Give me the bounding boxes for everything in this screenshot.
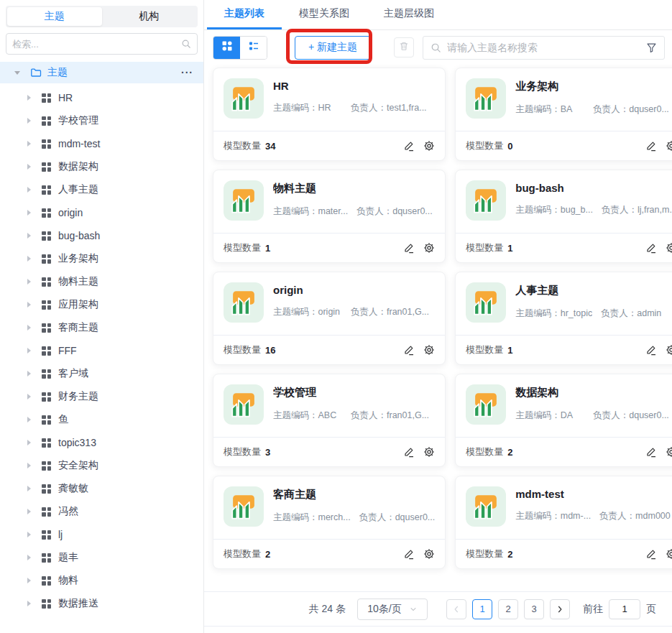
- sidebar-tree-item[interactable]: lj: [0, 523, 203, 546]
- topic-card[interactable]: 数据架构 主题编码：DA 负责人：dquser0... 模型数量 2: [455, 374, 672, 467]
- gear-icon[interactable]: [423, 344, 435, 356]
- topic-card[interactable]: 学校管理 主题编码：ABC 负责人：fran01,G... 模型数量 3: [213, 374, 446, 467]
- edit-icon[interactable]: [403, 548, 415, 560]
- chevron-right-icon[interactable]: [27, 463, 31, 468]
- topic-card[interactable]: bug-bash 主题编码：bug_b... 负责人：lj,fran,m... …: [455, 170, 672, 263]
- sidebar-tree-item[interactable]: mdm-test: [0, 132, 203, 155]
- sidebar-tree-item[interactable]: 财务主题: [0, 385, 203, 408]
- sidebar-tree-item[interactable]: 业务架构: [0, 247, 203, 270]
- main-tab[interactable]: 主题层级图: [367, 0, 451, 29]
- topic-card[interactable]: 业务架构 主题编码：BA 负责人：dquser0... 模型数量 0: [455, 68, 672, 161]
- chevron-right-icon[interactable]: [27, 509, 31, 514]
- ellipsis-menu-icon[interactable]: ···: [181, 67, 193, 78]
- page-size-select[interactable]: 10条/页: [357, 599, 428, 620]
- gear-icon[interactable]: [666, 446, 672, 458]
- sidebar-tree-item[interactable]: 数据推送: [0, 592, 203, 615]
- sidebar-tree-item[interactable]: 鱼: [0, 408, 203, 431]
- chevron-right-icon[interactable]: [27, 141, 31, 147]
- topic-card[interactable]: HR 主题编码：HR 负责人：test1,fra... 模型数量 34: [213, 68, 446, 161]
- sidebar-search-input[interactable]: [12, 39, 181, 50]
- main-tab[interactable]: 主题列表: [207, 0, 282, 29]
- topic-search-input[interactable]: [447, 42, 646, 53]
- edit-icon[interactable]: [403, 446, 415, 458]
- sidebar-tab[interactable]: 主题: [7, 7, 102, 26]
- topic-card[interactable]: 物料主题 主题编码：mater... 负责人：dquser0... 模型数量 1: [213, 170, 446, 263]
- topic-card[interactable]: mdm-test 主题编码：mdm-... 负责人：mdm000 模型数量 2: [455, 476, 672, 569]
- card-actions: [403, 548, 435, 560]
- next-page-button[interactable]: [550, 599, 570, 619]
- chevron-right-icon[interactable]: [27, 256, 31, 262]
- edit-icon[interactable]: [645, 242, 657, 254]
- sidebar-tab[interactable]: 机构: [102, 7, 197, 26]
- edit-icon[interactable]: [403, 344, 415, 356]
- edit-icon[interactable]: [645, 446, 657, 458]
- main-tab-label: 模型关系图: [299, 7, 349, 20]
- gear-icon[interactable]: [666, 242, 672, 254]
- chevron-right-icon[interactable]: [27, 394, 31, 399]
- chevron-right-icon[interactable]: [27, 302, 31, 308]
- gear-icon[interactable]: [666, 140, 672, 152]
- chevron-right-icon[interactable]: [27, 486, 31, 491]
- edit-icon[interactable]: [645, 344, 657, 356]
- sidebar-tree-item[interactable]: origin: [0, 201, 203, 224]
- prev-page-button[interactable]: [446, 599, 466, 619]
- edit-icon[interactable]: [403, 140, 415, 152]
- chevron-right-icon[interactable]: [27, 279, 31, 285]
- new-topic-button[interactable]: + 新建主题: [295, 36, 371, 60]
- chevron-down-icon[interactable]: [14, 71, 20, 75]
- chevron-right-icon[interactable]: [27, 532, 31, 537]
- page-number-button[interactable]: 3: [524, 599, 544, 619]
- tree-root-row[interactable]: 主题 ···: [0, 62, 203, 83]
- sidebar-tree-item[interactable]: 安全架构: [0, 454, 203, 477]
- topic-card[interactable]: 客商主题 主题编码：merch... 负责人：dquser0... 模型数量 2: [213, 476, 446, 569]
- sidebar-tree-item[interactable]: 题丰: [0, 546, 203, 569]
- sidebar-tree-item[interactable]: 客商主题: [0, 316, 203, 339]
- chevron-right-icon[interactable]: [27, 348, 31, 354]
- chevron-right-icon[interactable]: [27, 187, 31, 193]
- goto-page-input[interactable]: [609, 599, 640, 619]
- sidebar-tree-item[interactable]: FFF: [0, 339, 203, 362]
- chevron-right-icon[interactable]: [27, 325, 31, 331]
- sidebar-tree-item[interactable]: 客户域: [0, 362, 203, 385]
- chevron-right-icon[interactable]: [27, 601, 31, 606]
- delete-button[interactable]: [394, 37, 414, 57]
- chevron-right-icon[interactable]: [27, 118, 31, 124]
- gear-icon[interactable]: [666, 548, 672, 560]
- filter-icon[interactable]: [646, 42, 657, 53]
- list-view-button[interactable]: [240, 37, 267, 59]
- sidebar-tree-item[interactable]: bug-bash: [0, 224, 203, 247]
- edit-icon[interactable]: [645, 548, 657, 560]
- sidebar-tree-item[interactable]: 应用架构: [0, 293, 203, 316]
- gear-icon[interactable]: [423, 548, 435, 560]
- gear-icon[interactable]: [666, 344, 672, 356]
- sidebar-tree-item[interactable]: 物料: [0, 569, 203, 592]
- chevron-right-icon[interactable]: [27, 210, 31, 216]
- sidebar-tree-item[interactable]: 人事主题: [0, 178, 203, 201]
- chevron-right-icon[interactable]: [27, 95, 31, 101]
- page-number-button[interactable]: 2: [498, 599, 518, 619]
- chevron-right-icon[interactable]: [27, 578, 31, 583]
- chevron-right-icon[interactable]: [27, 417, 31, 422]
- sidebar-tree-item[interactable]: topic313: [0, 431, 203, 454]
- edit-icon[interactable]: [645, 140, 657, 152]
- gear-icon[interactable]: [423, 242, 435, 254]
- chevron-right-icon[interactable]: [27, 555, 31, 560]
- sidebar-tree-item[interactable]: 学校管理: [0, 109, 203, 132]
- topic-card[interactable]: origin 主题编码：origin 负责人：fran01,G... 模型数量 …: [213, 272, 446, 365]
- sidebar-tree-item[interactable]: HR: [0, 86, 203, 109]
- chevron-right-icon[interactable]: [27, 440, 31, 445]
- chevron-right-icon[interactable]: [27, 233, 31, 239]
- sidebar-tree-item[interactable]: 冯然: [0, 500, 203, 523]
- main-tab[interactable]: 模型关系图: [282, 0, 367, 29]
- sidebar-tree-item[interactable]: 龚敏敏: [0, 477, 203, 500]
- chevron-right-icon[interactable]: [27, 164, 31, 170]
- gear-icon[interactable]: [423, 140, 435, 152]
- page-number-button[interactable]: 1: [472, 599, 492, 619]
- chevron-right-icon[interactable]: [27, 371, 31, 376]
- edit-icon[interactable]: [403, 242, 415, 254]
- card-view-button[interactable]: [213, 37, 240, 59]
- topic-card[interactable]: 人事主题 主题编码：hr_topic 负责人：admin 模型数量 1: [455, 272, 672, 365]
- sidebar-tree-item[interactable]: 数据架构: [0, 155, 203, 178]
- gear-icon[interactable]: [423, 446, 435, 458]
- sidebar-tree-item[interactable]: 物料主题: [0, 270, 203, 293]
